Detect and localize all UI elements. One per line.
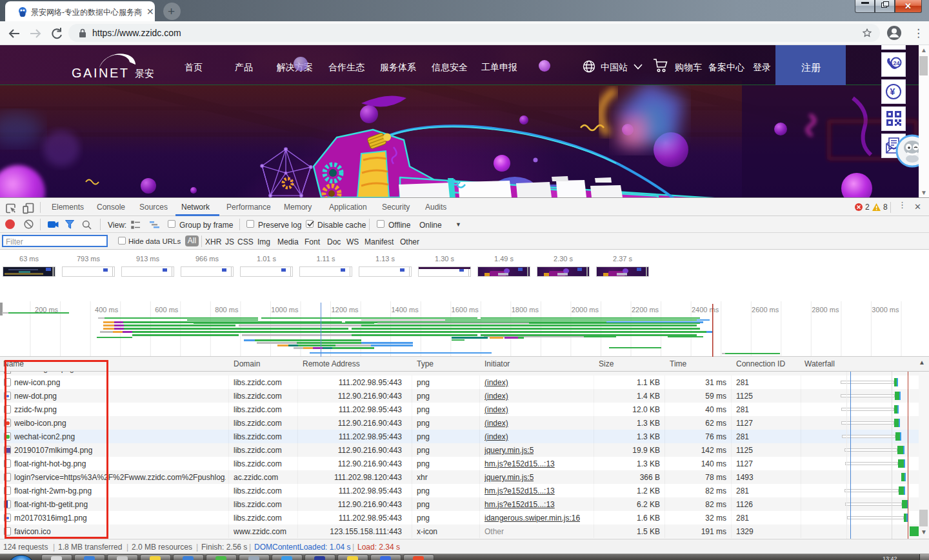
svg-text:1200 ms: 1200 ms bbox=[331, 306, 359, 314]
svg-text:600 ms: 600 ms bbox=[155, 306, 179, 314]
svg-text:2200 ms: 2200 ms bbox=[632, 306, 659, 314]
svg-text:¥: ¥ bbox=[890, 86, 895, 97]
svg-text:2000 ms: 2000 ms bbox=[572, 306, 599, 314]
svg-text:1000 ms: 1000 ms bbox=[271, 306, 299, 314]
svg-text:1800 ms: 1800 ms bbox=[512, 306, 539, 314]
svg-text:400 ms: 400 ms bbox=[95, 306, 119, 314]
svg-text:2600 ms: 2600 ms bbox=[752, 306, 779, 314]
svg-text:800 ms: 800 ms bbox=[215, 306, 239, 314]
svg-text:1400 ms: 1400 ms bbox=[391, 306, 419, 314]
svg-text:3000 ms: 3000 ms bbox=[872, 306, 899, 314]
svg-text:2800 ms: 2800 ms bbox=[812, 306, 839, 314]
svg-text:1600 ms: 1600 ms bbox=[452, 306, 479, 314]
svg-text:24: 24 bbox=[894, 60, 900, 66]
svg-text:2400 ms: 2400 ms bbox=[692, 306, 719, 314]
